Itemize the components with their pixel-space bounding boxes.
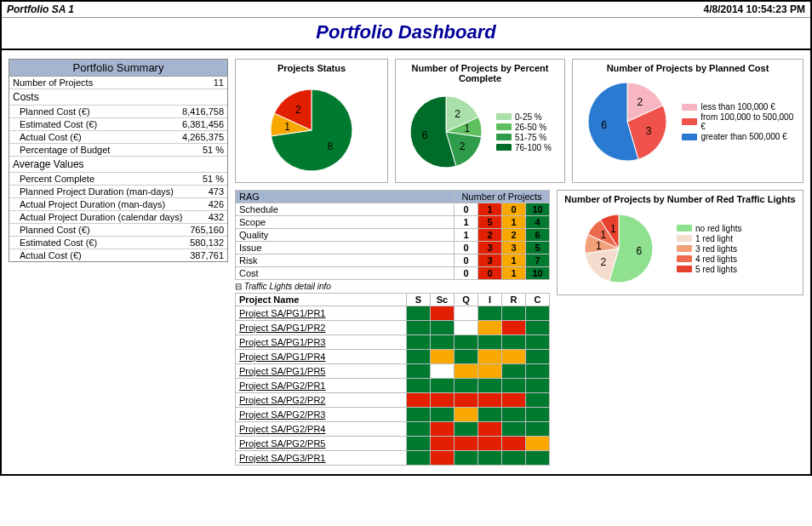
rag-red: 2 [478, 229, 502, 242]
status-cell [526, 350, 550, 364]
project-name-cell: Project SA/PG2/PR3 [236, 408, 407, 422]
rag-row-schedule: Schedule01010 [236, 203, 550, 216]
label: Actual Project Duration (calendar days) [20, 212, 203, 222]
rag-amber: 1 [502, 216, 526, 229]
status-cell [526, 321, 550, 335]
rag-red: 1 [478, 203, 502, 216]
status-cell [502, 335, 526, 350]
summary-actual-cost: Actual Cost (€) 4,265,375 [9, 131, 227, 144]
rag-green: 7 [526, 254, 550, 267]
portfolio-name: Portfolio SA 1 [7, 3, 74, 15]
rag-table: RAG Number of Projects Schedule01010Scop… [235, 190, 550, 280]
status-cell [455, 306, 478, 321]
status-cell [407, 451, 431, 466]
pie-value-label: 1 [610, 223, 616, 235]
detail-row: Projekt SA/PG3/PR1 [236, 451, 550, 466]
value: 11 [209, 77, 224, 88]
status-cell [478, 306, 502, 321]
timestamp: 4/8/2014 10:54:23 PM [704, 3, 805, 15]
rag-header: RAG [236, 191, 455, 203]
project-link[interactable]: Project SA/PG1/PR5 [239, 366, 326, 376]
label: Estimated Cost (€) [20, 237, 185, 248]
chart-pct-pie: 2126 [399, 85, 493, 179]
status-cell [455, 379, 478, 393]
top-bar: Portfolio SA 1 4/8/2014 10:54:23 PM [2, 2, 810, 18]
summary-title: Portfolio Summary [9, 60, 227, 77]
project-link[interactable]: Projekt SA/PG3/PR1 [239, 453, 326, 463]
project-name-cell: Project SA/PG2/PR4 [236, 422, 407, 437]
summary-avg-actual-cost: Actual Cost (€) 387,761 [9, 249, 227, 261]
rag-row-quality: Quality1226 [236, 229, 550, 242]
rag-label: Risk [236, 254, 455, 267]
status-cell [455, 321, 478, 335]
summary-avg-pct: Percent Complete 51 % [9, 173, 227, 186]
summary-avg-planned-cost: Planned Cost (€) 765,160 [9, 224, 227, 237]
project-link[interactable]: Project SA/PG2/PR5 [239, 438, 326, 449]
project-link[interactable]: Project SA/PG2/PR4 [239, 424, 326, 434]
summary-planned-cost: Planned Cost (€) 8,416,758 [9, 106, 227, 118]
status-cell [526, 437, 550, 451]
traffic-lights-toggle[interactable]: Traffic Lights detail info [235, 280, 550, 293]
project-link[interactable]: Project SA/PG1/PR1 [239, 308, 326, 318]
pie-value-label: 3 [646, 125, 652, 137]
dashboard-page: Portfolio SA 1 4/8/2014 10:54:23 PM Port… [0, 0, 812, 476]
status-cell [407, 422, 431, 437]
rag-label: Scope [236, 216, 455, 229]
project-link[interactable]: Project SA/PG1/PR4 [239, 352, 326, 362]
project-link[interactable]: Project SA/PG2/PR2 [239, 395, 326, 405]
summary-avg-est-cost: Estimated Cost (€) 580,132 [9, 237, 227, 249]
status-cell [478, 393, 502, 408]
legend-label: 1 red light [695, 234, 733, 243]
summary-num-projects: Number of Projects 11 [9, 77, 227, 89]
label: Percent Complete [20, 174, 197, 184]
summary-avg-actual-dur: Actual Project Duration (man-days) 426 [9, 198, 227, 211]
detail-table: Project Name S Sc Q I R C Project SA/PG1… [235, 293, 550, 466]
pie-value-label: 2 [455, 108, 460, 120]
status-cell [478, 379, 502, 393]
rag-amber: 2 [502, 229, 526, 242]
status-cell [407, 364, 431, 379]
status-cell [502, 379, 526, 393]
label: Planned Cost (€) [20, 106, 177, 117]
project-name-cell: Project SA/PG1/PR2 [236, 321, 407, 335]
chart-cost-pie: 236 [576, 75, 677, 169]
rag-row-cost: Cost00110 [236, 267, 550, 280]
rag-area: RAG Number of Projects Schedule01010Scop… [235, 190, 550, 466]
status-cell [526, 364, 550, 379]
rag-row-risk: Risk0317 [236, 254, 550, 267]
status-cell [478, 451, 502, 466]
legend-label: 76-100 % [515, 143, 552, 152]
status-cell [455, 451, 478, 466]
pie-value-label: 2 [638, 96, 643, 108]
legend-label: greater than 500,000 € [700, 132, 786, 141]
rag-white: 0 [455, 242, 478, 254]
chart-pct-legend: 0-25 % 26-50 % 51-75 % 76-100 % [496, 111, 552, 153]
value: 432 [203, 212, 224, 222]
project-link[interactable]: Project SA/PG2/PR3 [239, 409, 326, 420]
rag-red: 0 [478, 267, 502, 280]
chart-red-pie: 62111 [561, 206, 672, 291]
legend-label: 51-75 % [515, 133, 546, 142]
detail-row: Project SA/PG2/PR5 [236, 437, 550, 451]
status-cell [526, 451, 550, 466]
pie-value-label: 2 [460, 140, 466, 152]
status-cell [478, 350, 502, 364]
project-link[interactable]: Project SA/PG1/PR3 [239, 337, 326, 347]
value: 473 [203, 186, 224, 197]
summary-avg-heading: Average Values [9, 157, 227, 173]
charts-row-top: Projects Status 812 Number of Projects b… [235, 59, 803, 183]
project-link[interactable]: Project SA/PG2/PR1 [239, 380, 326, 391]
content-area: Portfolio Summary Number of Projects 11 … [2, 50, 810, 474]
status-cell [478, 364, 502, 379]
rag-amber: 3 [502, 242, 526, 254]
chart-pct-panel: Number of Projects by Percent Complete 2… [395, 59, 565, 183]
status-cell [502, 408, 526, 422]
project-link[interactable]: Project SA/PG1/PR2 [239, 323, 326, 333]
label: Actual Project Duration (man-days) [20, 199, 203, 209]
summary-pct-budget: Percentage of Budget 51 % [9, 144, 227, 157]
project-name-cell: Project SA/PG1/PR3 [236, 335, 407, 350]
chart-pct-title: Number of Projects by Percent Complete [399, 63, 561, 83]
legend-label: 5 red lights [695, 265, 737, 274]
detail-row: Project SA/PG1/PR3 [236, 335, 550, 350]
col-i: I [478, 294, 502, 306]
